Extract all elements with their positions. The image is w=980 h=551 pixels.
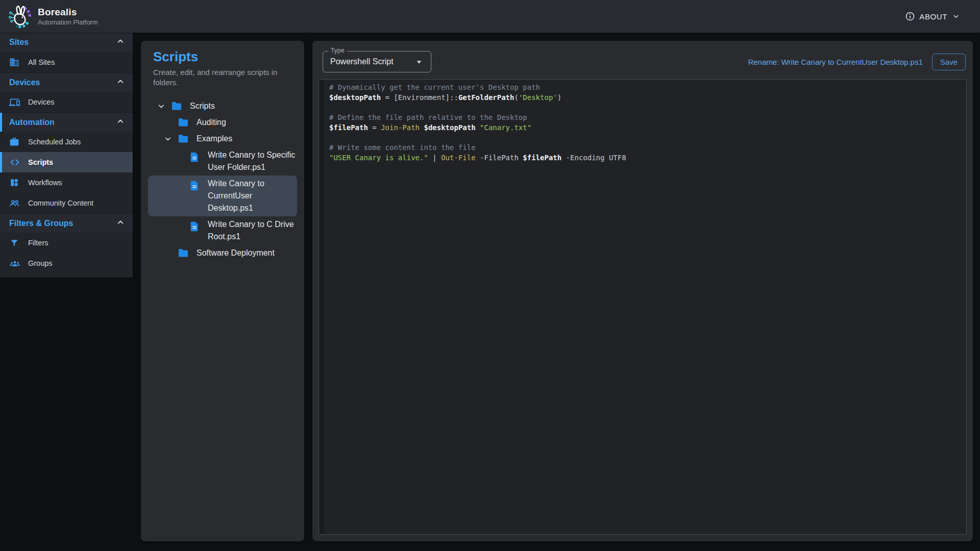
code-line: # Write some content into the file [329,143,961,153]
editor-toolbar: Type Powershell Script Rename: Write Can… [318,46,967,78]
code-line: # Define the file path relative to the D… [329,113,961,123]
chevron-up-icon [115,77,126,89]
sidebar-item-workflows[interactable]: Workflows [0,172,133,193]
sidebar-item-community-content[interactable]: Community Content [0,193,133,213]
tree-item-label: Write Canary to CurrentUser Desktop.ps1 [208,178,297,214]
script-type-value: Powershell Script [330,57,413,66]
folder-icon [177,133,189,145]
editor-gutter [319,80,324,534]
rename-script-link[interactable]: Rename: Write Canary to CurrentUser Desk… [748,58,922,66]
sidebar-section-filters-groups[interactable]: Filters & Groups [0,213,133,233]
scripts-folder-tree: ScriptsAuditingExamplesWrite Canary to S… [148,98,297,261]
expander-chevron-down-icon[interactable] [162,133,174,145]
script-type-select[interactable]: Type Powershell Script [323,51,431,72]
sidebar-section-sites[interactable]: Sites [0,33,133,52]
tree-item-label: Auditing [197,116,226,129]
code-icon [9,157,20,168]
sidebar-section-label: Devices [9,78,115,87]
sidebar-item-label: All Sites [28,58,55,66]
chevron-up-icon [115,116,126,129]
code-line: # Dynamically get the current user's Des… [329,83,961,93]
tree-item-scripts[interactable]: Scripts [148,98,297,114]
expander-chevron-down-icon[interactable] [155,100,167,112]
filter-icon [9,237,20,248]
tree-item-label: Write Canary to Specific User Folder.ps1 [208,149,297,173]
tree-item-write-canary-to-specific-user-folder-ps1[interactable]: Write Canary to Specific User Folder.ps1 [148,147,297,176]
borealis-rabbit-logo-icon [8,5,32,28]
sidebar-section-label: Filters & Groups [9,219,115,228]
groups-icon [9,258,20,269]
sidebar-nav: SitesAll SitesDevicesDevicesAutomationSc… [0,33,133,278]
code-line [329,133,961,143]
folder-icon [170,100,183,112]
code-line [329,103,961,113]
sidebar-item-scheduled-jobs[interactable]: Scheduled Jobs [0,132,133,152]
tree-item-write-canary-to-c-drive-root-ps1[interactable]: Write Canary to C Drive Root.ps1 [148,216,297,245]
file-icon [188,151,201,163]
sidebar-item-all-sites[interactable]: All Sites [0,52,133,72]
page-description: Create, edit, and rearrange scripts in f… [148,67,297,88]
about-menu-button[interactable]: ABOUT [905,0,961,33]
tree-item-label: Software Deployment [197,247,275,259]
expander-spacer [162,247,174,259]
sidebar-item-label: Workflows [28,179,62,187]
tree-item-label: Scripts [190,100,215,112]
info-icon [905,11,915,21]
script-editor-panel: Type Powershell Script Rename: Write Can… [312,41,973,541]
sidebar-item-groups[interactable]: Groups [0,253,133,273]
building-icon [9,57,20,68]
scripts-tree-panel: Scripts Create, edit, and rearrange scri… [141,41,304,541]
sidebar-item-label: Devices [28,98,55,106]
expander-spacer [162,116,174,129]
sidebar-item-filters[interactable]: Filters [0,233,133,253]
app-subtitle: Automation Platform [38,18,98,26]
people-icon [9,197,20,209]
devices-icon [9,96,20,108]
folder-icon [177,116,189,129]
tree-item-label: Examples [197,133,232,145]
workflows-icon [9,177,20,188]
tree-item-software-deployment[interactable]: Software Deployment [148,245,297,261]
chevron-down-icon [951,12,961,21]
sidebar-item-scripts[interactable]: Scripts [0,152,133,172]
code-line: $filePath = Join-Path $desktopPath "Cana… [329,123,961,133]
tree-item-label: Write Canary to C Drive Root.ps1 [208,218,297,243]
tree-item-auditing[interactable]: Auditing [148,114,297,131]
code-content: # Dynamically get the current user's Des… [324,80,966,534]
tree-item-write-canary-to-currentuser-desktop-ps1[interactable]: Write Canary to CurrentUser Desktop.ps1 [148,176,297,216]
app-title: Borealis [38,7,98,18]
file-icon [188,180,201,192]
code-line: "USER Canary is alive." | Out-File -File… [329,153,961,163]
sidebar-section-devices[interactable]: Devices [0,72,133,92]
code-line: $desktopPath = [Environment]::GetFolderP… [329,93,961,103]
script-type-label: Type [328,47,347,54]
sidebar-section-label: Sites [9,38,115,47]
sidebar-item-label: Groups [28,259,53,267]
tree-item-examples[interactable]: Examples [148,131,297,147]
folder-icon [177,247,189,259]
page-title: Scripts [148,49,297,64]
sidebar-item-label: Scheduled Jobs [28,138,81,146]
sidebar-item-label: Scripts [28,158,53,166]
sidebar-item-devices[interactable]: Devices [0,92,133,112]
select-caret-down-icon [413,56,425,67]
sidebar-item-label: Filters [28,239,48,247]
about-label: ABOUT [919,12,947,21]
brand-block: Borealis Automation Platform [38,7,98,26]
sidebar-item-label: Community Content [28,199,93,207]
top-app-bar: Borealis Automation Platform ABOUT [0,0,980,33]
code-editor[interactable]: # Dynamically get the current user's Des… [318,79,967,535]
chevron-up-icon [115,217,126,230]
sidebar-section-automation[interactable]: Automation [0,112,133,132]
save-button[interactable]: Save [932,54,966,70]
file-icon [188,220,201,233]
chevron-up-icon [115,36,126,48]
briefcase-icon [9,136,20,147]
sidebar-section-label: Automation [9,118,115,127]
